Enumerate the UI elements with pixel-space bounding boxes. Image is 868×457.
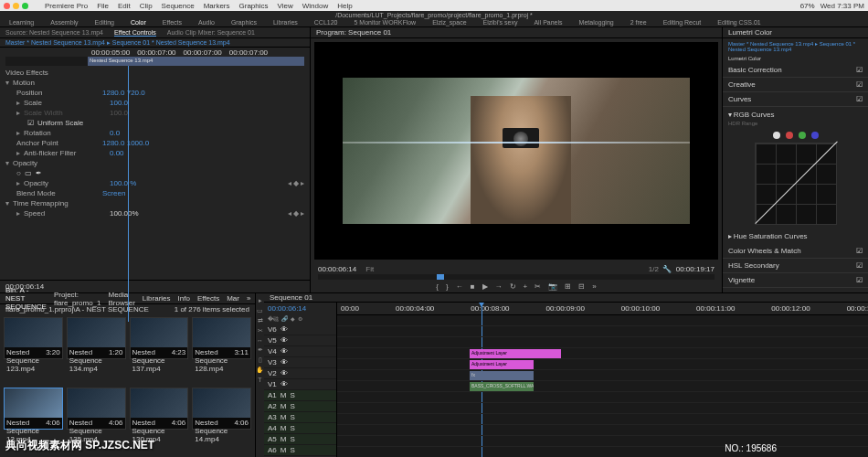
fx-flicker-value[interactable]: 0.00 xyxy=(110,149,124,157)
ws-ccl120[interactable]: CCL120 xyxy=(314,19,338,26)
solo-icon[interactable]: S xyxy=(290,413,294,421)
ws-color[interactable]: Color xyxy=(131,19,146,26)
chevron-right-icon[interactable]: ▸ xyxy=(16,99,20,107)
effect-clip[interactable]: Nested Sequence 13.mp4 xyxy=(88,57,304,66)
fx-scale-value[interactable]: 100.0 xyxy=(110,99,128,107)
effect-clip-bar[interactable]: Nested Sequence 13.mp4 xyxy=(5,57,304,66)
hand-tool[interactable]: ✋ xyxy=(256,367,264,374)
check-icon[interactable]: ☑ xyxy=(856,80,863,89)
program-preview[interactable] xyxy=(314,42,718,260)
menu-help[interactable]: Help xyxy=(337,2,352,10)
check-icon[interactable]: ☑ xyxy=(856,95,863,103)
rect-mask-icon[interactable]: ▭ xyxy=(25,169,32,177)
mute-icon[interactable]: M xyxy=(281,446,287,454)
eye-icon[interactable]: 👁 xyxy=(281,347,288,356)
track-select-tool[interactable]: ▭ xyxy=(257,307,263,314)
solo-icon[interactable]: S xyxy=(290,402,294,410)
mute-icon[interactable]: M xyxy=(281,435,287,443)
channel-green[interactable] xyxy=(799,132,806,139)
menu-file[interactable]: File xyxy=(97,2,109,10)
overflow-button[interactable]: » xyxy=(592,282,596,291)
chevron-right-icon[interactable]: ▸ xyxy=(16,149,20,157)
keyframe-nav[interactable]: ◂ ◆ ▸ xyxy=(288,179,304,187)
timeline-tracks[interactable]: 00:0000:00:04:0000:00:08:0000:00:09:0000… xyxy=(337,303,868,457)
fx-speed-value[interactable]: 100.00% xyxy=(110,209,139,218)
eye-icon[interactable]: 👁 xyxy=(281,380,288,388)
bin-item[interactable]: Nested Sequence 137.mp44:23 xyxy=(130,317,189,359)
mute-icon[interactable]: M xyxy=(281,402,287,410)
mark-out-button[interactable]: } xyxy=(446,282,449,291)
ws-assembly[interactable]: Assembly xyxy=(50,19,78,26)
eye-icon[interactable]: 👁 xyxy=(281,325,288,334)
chevron-right-icon[interactable]: ▸ xyxy=(16,109,20,117)
ws-5monitor[interactable]: 5 Monitor WORKFlow xyxy=(354,19,416,26)
audio-clip[interactable]: BASS_CROSS_SOFTRLL.WAV xyxy=(470,382,534,391)
tab-source[interactable]: Source: Nested Sequence 13.mp4 xyxy=(5,29,103,36)
solo-icon[interactable]: S xyxy=(290,424,294,432)
export-frame-button[interactable]: 📷 xyxy=(548,282,557,291)
check-icon[interactable]: ☑ xyxy=(856,247,863,255)
scrubber-playhead[interactable] xyxy=(437,274,444,280)
section-vignette[interactable]: Vignette xyxy=(728,276,755,284)
bin-item[interactable]: Nested Sequence 135.mp44:06 xyxy=(67,388,126,430)
magnify-icon[interactable]: 🔧 xyxy=(662,265,672,273)
marker-icon[interactable]: ◆ xyxy=(291,315,295,324)
lift-button[interactable]: ✂ xyxy=(535,282,541,291)
chevron-down-icon[interactable]: ▾ xyxy=(728,111,732,119)
tab-libraries[interactable]: Libraries xyxy=(143,294,171,303)
keyframe-nav[interactable]: ◂ ◆ ▸ xyxy=(288,209,304,218)
chevron-right-icon[interactable]: ▸ xyxy=(16,209,20,218)
curve-editor[interactable] xyxy=(755,143,837,225)
pen-tool[interactable]: ✒ xyxy=(258,346,263,354)
chevron-down-icon[interactable]: ▾ xyxy=(5,79,9,87)
safe-margin-button[interactable]: ⊟ xyxy=(578,282,585,291)
ellipse-mask-icon[interactable]: ○ xyxy=(16,169,21,177)
tab-markers[interactable]: Mar xyxy=(227,294,239,303)
loop-button[interactable]: ↻ xyxy=(510,282,516,291)
razor-tool[interactable]: ✂ xyxy=(258,327,263,335)
ws-metalogging[interactable]: Metalogging xyxy=(579,19,614,26)
bin-item[interactable]: Nested Sequence 134.mp41:20 xyxy=(67,317,126,359)
eye-icon[interactable]: 👁 xyxy=(281,369,288,377)
adjustment-layer-clip[interactable]: Adjustment Layer xyxy=(470,349,561,358)
ws-graphics[interactable]: Graphics xyxy=(231,19,257,26)
bin-item[interactable]: Nested Sequence 128.mp43:11 xyxy=(192,317,251,359)
section-hsl[interactable]: HSL Secondary xyxy=(728,261,779,270)
program-fit[interactable]: Fit xyxy=(365,265,374,273)
fx-anchor-value[interactable]: 1280.0 1000.0 xyxy=(102,139,149,147)
solo-icon[interactable]: S xyxy=(290,391,294,399)
window-traffic-lights[interactable] xyxy=(4,3,28,9)
chevron-right-icon[interactable]: ▸ xyxy=(16,179,20,187)
settings-icon[interactable]: ⚙ xyxy=(298,315,302,324)
eye-icon[interactable]: 👁 xyxy=(281,336,288,345)
menu-clip[interactable]: Clip xyxy=(140,2,153,10)
check-icon[interactable]: ☑ xyxy=(856,276,863,284)
fx-rotation-value[interactable]: 0.0 xyxy=(110,129,120,137)
type-tool[interactable]: T xyxy=(258,377,261,383)
timeline-tab[interactable]: Sequence 01 xyxy=(270,293,312,302)
ws-editingcss[interactable]: Editing CSS.01 xyxy=(717,19,760,26)
fx-position-value[interactable]: 1280.0 720.0 xyxy=(102,89,145,97)
tab-overflow[interactable]: » xyxy=(247,294,250,303)
ws-editingrecut[interactable]: Editing Recut xyxy=(663,19,702,26)
tab-effects[interactable]: Effects xyxy=(197,294,219,303)
time-ruler[interactable]: 00:0000:00:04:0000:00:08:0000:00:09:0000… xyxy=(337,303,868,315)
menu-view[interactable]: View xyxy=(278,2,293,10)
section-wheels[interactable]: Color Wheels & Match xyxy=(728,247,801,255)
program-timecode[interactable]: 00:00:06:14 xyxy=(318,265,356,273)
fx-blend-value[interactable]: Screen xyxy=(102,189,125,197)
ws-audio[interactable]: Audio xyxy=(198,19,215,26)
program-tab[interactable]: Program: Sequence 01 xyxy=(316,28,391,37)
program-scale[interactable]: 1/2 xyxy=(649,265,659,273)
play-button[interactable]: ▶ xyxy=(482,282,488,291)
section-basic[interactable]: Basic Correction xyxy=(728,66,782,74)
menu-edit[interactable]: Edit xyxy=(118,2,131,10)
solo-icon[interactable]: S xyxy=(290,435,294,443)
ws-elzibi[interactable]: Elzibi's sexy xyxy=(483,19,518,26)
ws-effects[interactable]: Effects xyxy=(163,19,182,26)
tab-audio-mixer[interactable]: Audio Clip Mixer: Sequence 01 xyxy=(167,29,255,36)
video-clip[interactable]: fx xyxy=(470,371,534,380)
section-creative[interactable]: Creative xyxy=(728,80,756,89)
mute-icon[interactable]: M xyxy=(281,424,287,432)
chevron-down-icon[interactable]: ▾ xyxy=(5,159,9,167)
